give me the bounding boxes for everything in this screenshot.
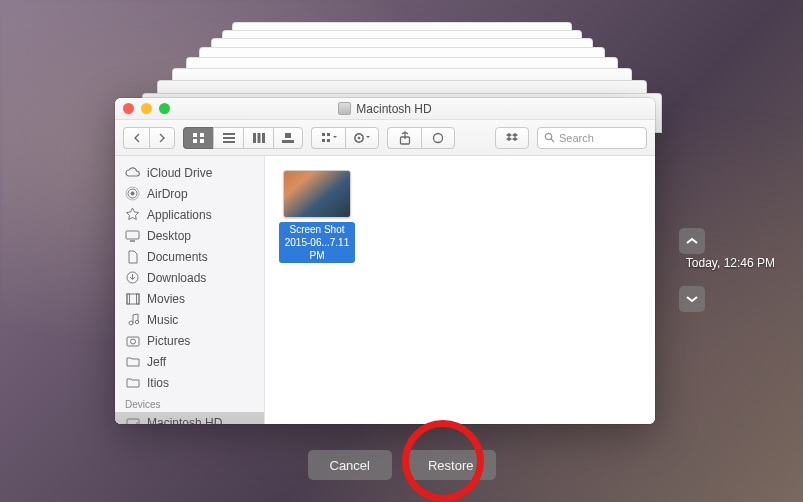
- timeline-up-button[interactable]: [679, 228, 705, 254]
- svg-point-17: [358, 136, 361, 139]
- timeline-down-button[interactable]: [679, 286, 705, 312]
- devices-header: Devices: [115, 393, 264, 412]
- sidebar-item-itios[interactable]: Itios: [115, 372, 264, 393]
- coverflow-view-button[interactable]: [273, 127, 303, 149]
- svg-rect-15: [327, 139, 330, 142]
- movies-icon: [125, 291, 140, 306]
- search-icon: [544, 132, 555, 143]
- svg-rect-2: [193, 139, 197, 143]
- list-view-button[interactable]: [213, 127, 243, 149]
- folder-icon: [125, 375, 140, 390]
- svg-rect-7: [253, 133, 256, 143]
- svg-rect-29: [127, 294, 130, 304]
- svg-rect-10: [285, 133, 291, 138]
- finder-window: Macintosh HD Search iCloud Drive: [115, 98, 655, 424]
- svg-rect-9: [262, 133, 265, 143]
- svg-rect-1: [200, 133, 204, 137]
- back-button[interactable]: [123, 127, 149, 149]
- icon-view-button[interactable]: [183, 127, 213, 149]
- svg-point-33: [130, 339, 135, 344]
- tags-button[interactable]: [421, 127, 455, 149]
- svg-rect-8: [257, 133, 260, 143]
- search-field[interactable]: Search: [537, 127, 647, 149]
- svg-rect-25: [126, 231, 139, 239]
- minimize-window-button[interactable]: [141, 103, 152, 114]
- toolbar: Search: [115, 120, 655, 156]
- sidebar: iCloud Drive AirDrop Applications Deskto…: [115, 156, 265, 424]
- cancel-button[interactable]: Cancel: [308, 450, 392, 480]
- svg-point-22: [131, 192, 135, 196]
- music-icon: [125, 312, 140, 327]
- column-view-button[interactable]: [243, 127, 273, 149]
- svg-point-20: [545, 133, 551, 139]
- airdrop-icon: [125, 186, 140, 201]
- sidebar-item-downloads[interactable]: Downloads: [115, 267, 264, 288]
- dropbox-button[interactable]: [495, 127, 529, 149]
- file-thumbnail: [283, 170, 351, 218]
- file-browser-content[interactable]: Screen Shot2015-06...7.11 PM: [265, 156, 655, 424]
- action-button[interactable]: [345, 127, 379, 149]
- desktop-icon: [125, 228, 140, 243]
- svg-rect-0: [193, 133, 197, 137]
- timeline-nav: [679, 228, 705, 312]
- sidebar-item-applications[interactable]: Applications: [115, 204, 264, 225]
- svg-line-21: [551, 139, 554, 142]
- share-button[interactable]: [387, 127, 421, 149]
- svg-rect-12: [322, 133, 325, 136]
- view-mode-segmented: [183, 127, 303, 149]
- arrange-button[interactable]: [311, 127, 345, 149]
- sidebar-item-pictures[interactable]: Pictures: [115, 330, 264, 351]
- file-label: Screen Shot2015-06...7.11 PM: [279, 222, 355, 263]
- restore-button[interactable]: Restore: [406, 450, 496, 480]
- pictures-icon: [125, 333, 140, 348]
- timeline-current-label: Today, 12:46 PM: [686, 256, 775, 270]
- sidebar-item-music[interactable]: Music: [115, 309, 264, 330]
- svg-rect-14: [327, 133, 330, 136]
- folder-icon: [125, 354, 140, 369]
- documents-icon: [125, 249, 140, 264]
- applications-icon: [125, 207, 140, 222]
- svg-rect-32: [127, 337, 139, 346]
- svg-point-31: [135, 320, 138, 323]
- svg-point-19: [434, 133, 443, 142]
- search-placeholder: Search: [559, 132, 594, 144]
- sidebar-item-airdrop[interactable]: AirDrop: [115, 183, 264, 204]
- zoom-window-button[interactable]: [159, 103, 170, 114]
- window-title: Macintosh HD: [356, 102, 431, 116]
- window-titlebar[interactable]: Macintosh HD: [115, 98, 655, 120]
- downloads-icon: [125, 270, 140, 285]
- hdd-icon: [338, 102, 351, 115]
- svg-rect-4: [223, 133, 235, 135]
- svg-rect-28: [127, 294, 139, 304]
- svg-rect-6: [223, 141, 235, 143]
- action-bar: Cancel Restore: [0, 450, 803, 480]
- sidebar-item-movies[interactable]: Movies: [115, 288, 264, 309]
- arrange-action-pair: [311, 127, 379, 149]
- svg-point-35: [136, 422, 138, 424]
- hdd-icon: [125, 415, 140, 424]
- sidebar-item-jeff[interactable]: Jeff: [115, 351, 264, 372]
- sidebar-item-macintosh-hd[interactable]: Macintosh HD: [115, 412, 264, 424]
- forward-button[interactable]: [149, 127, 175, 149]
- traffic-lights: [123, 103, 170, 114]
- close-window-button[interactable]: [123, 103, 134, 114]
- share-tags-pair: [387, 127, 455, 149]
- file-item-screenshot[interactable]: Screen Shot2015-06...7.11 PM: [279, 170, 355, 263]
- svg-rect-30: [136, 294, 139, 304]
- nav-buttons: [123, 127, 175, 149]
- sidebar-item-documents[interactable]: Documents: [115, 246, 264, 267]
- sidebar-item-icloud[interactable]: iCloud Drive: [115, 162, 264, 183]
- svg-rect-3: [200, 139, 204, 143]
- svg-rect-11: [282, 140, 294, 143]
- svg-rect-5: [223, 137, 235, 139]
- cloud-icon: [125, 165, 140, 180]
- svg-rect-13: [322, 139, 325, 142]
- sidebar-item-desktop[interactable]: Desktop: [115, 225, 264, 246]
